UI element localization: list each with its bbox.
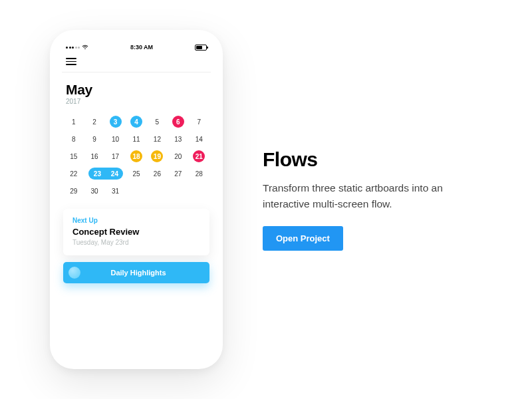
calendar-day-marked[interactable]: 21: [193, 150, 205, 162]
status-bar: 8:30 AM: [62, 42, 211, 53]
calendar-day[interactable]: 28: [189, 165, 209, 182]
calendar-day[interactable]: 8: [63, 130, 84, 148]
calendar-row: 1234567: [63, 113, 209, 130]
calendar-day[interactable]: 22: [63, 165, 84, 182]
calendar-day: [147, 182, 168, 200]
phone-mockup: 8:30 AM May 2017 12345678910111213141516…: [50, 30, 223, 369]
calendar-day[interactable]: 11: [126, 130, 146, 148]
calendar-day[interactable]: 12: [147, 130, 168, 148]
calendar-grid[interactable]: 1234567891011121314151617181920212223242…: [62, 109, 211, 205]
month-header: May 2017: [62, 72, 211, 109]
next-up-card[interactable]: Next Up Concept Review Tuesday, May 23rd: [63, 209, 209, 255]
status-time: 8:30 AM: [130, 44, 153, 51]
daily-highlights-button[interactable]: Daily Highlights: [63, 262, 209, 283]
calendar-day-marked[interactable]: 19: [151, 150, 163, 162]
calendar-row: 22232425262728: [63, 165, 209, 182]
app-header: [62, 53, 211, 72]
calendar-day[interactable]: 14: [189, 130, 209, 148]
highlights-label: Daily Highlights: [72, 269, 204, 277]
calendar-day[interactable]: 26: [147, 165, 168, 182]
calendar-row: 15161718192021: [63, 148, 209, 165]
calendar-day[interactable]: 2324: [84, 165, 104, 182]
battery-icon: [195, 45, 207, 51]
calendar-day[interactable]: 6: [168, 113, 188, 130]
calendar-day[interactable]: 2: [84, 113, 104, 130]
calendar-day-marked[interactable]: 3: [110, 116, 122, 128]
calendar-day[interactable]: 20: [168, 148, 188, 165]
feature-body: Transform three static artboards into an…: [263, 180, 482, 211]
calendar-day[interactable]: 4: [126, 113, 146, 130]
calendar-day[interactable]: 19: [147, 148, 168, 165]
calendar-day[interactable]: 13: [168, 130, 188, 148]
calendar-day: [126, 182, 146, 200]
calendar-row: 293031: [63, 182, 209, 200]
calendar-day[interactable]: 3: [105, 113, 126, 130]
signal-icon: [66, 47, 80, 49]
calendar-day[interactable]: 16: [84, 148, 104, 165]
calendar-day-marked[interactable]: 18: [130, 150, 142, 162]
month-name: May: [66, 82, 207, 98]
calendar-day[interactable]: 18: [126, 148, 146, 165]
calendar-day[interactable]: 29: [63, 182, 84, 200]
calendar-day[interactable]: 27: [168, 165, 188, 182]
next-up-title: Concept Review: [72, 227, 200, 237]
status-left: [66, 45, 88, 50]
calendar-day[interactable]: 17: [105, 148, 126, 165]
calendar-day[interactable]: 5: [147, 113, 168, 130]
calendar-day[interactable]: 7: [189, 113, 209, 130]
feature-heading: Flows: [263, 148, 482, 171]
feature-copy: Flows Transform three static artboards i…: [263, 148, 482, 251]
calendar-day[interactable]: [105, 165, 126, 182]
calendar-day[interactable]: 31: [105, 182, 126, 200]
calendar-day: [189, 182, 209, 200]
status-right: [195, 45, 207, 51]
open-project-button[interactable]: Open Project: [263, 226, 343, 251]
wifi-icon: [82, 45, 88, 50]
next-up-date: Tuesday, May 23rd: [72, 239, 200, 246]
menu-icon[interactable]: [66, 58, 76, 65]
calendar-day[interactable]: 25: [126, 165, 146, 182]
calendar-day-marked[interactable]: 6: [172, 116, 184, 128]
month-year: 2017: [66, 98, 207, 105]
calendar-day-marked[interactable]: 4: [130, 116, 142, 128]
next-up-label: Next Up: [72, 217, 200, 224]
calendar-day[interactable]: 15: [63, 148, 84, 165]
calendar-day[interactable]: 21: [189, 148, 209, 165]
calendar-day[interactable]: 1: [63, 113, 84, 130]
calendar-day[interactable]: 9: [84, 130, 104, 148]
calendar-day[interactable]: 30: [84, 182, 104, 200]
calendar-day: [168, 182, 188, 200]
calendar-row: 891011121314: [63, 130, 209, 148]
calendar-day[interactable]: 10: [105, 130, 126, 148]
